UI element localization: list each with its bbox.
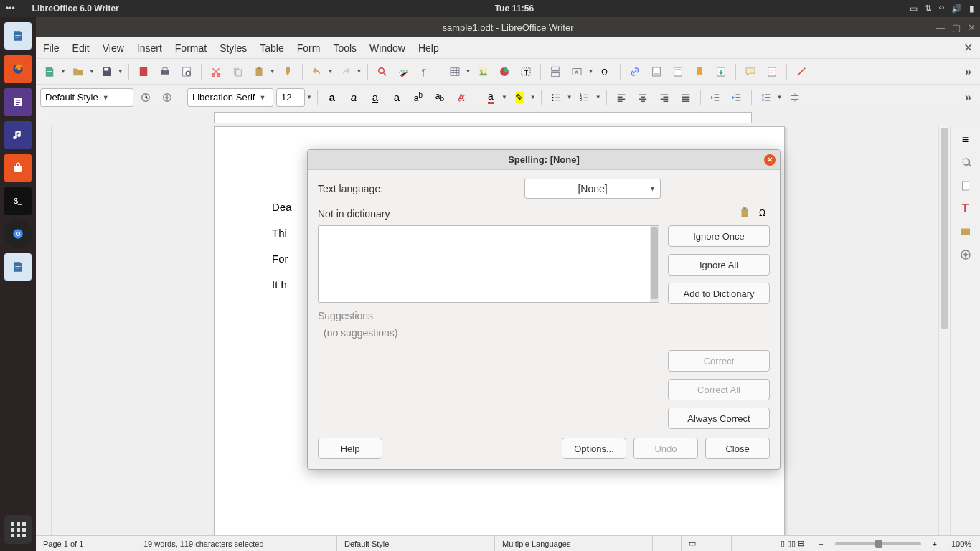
cut-button[interactable] bbox=[207, 62, 225, 81]
paragraph-style-combo[interactable]: Default Style▼ bbox=[40, 88, 133, 107]
textarea-scrollbar[interactable] bbox=[650, 226, 659, 302]
zoom-in-button[interactable]: + bbox=[925, 536, 944, 551]
launcher-music[interactable] bbox=[4, 121, 32, 149]
export-pdf-button[interactable] bbox=[134, 62, 153, 81]
insert-table-button[interactable] bbox=[446, 62, 464, 81]
menu-styles[interactable]: Styles bbox=[220, 42, 247, 54]
save-dropdown-icon[interactable]: ▼ bbox=[118, 68, 123, 75]
footnote-button[interactable] bbox=[647, 62, 666, 81]
options-button[interactable]: Options... bbox=[562, 438, 626, 459]
align-justify-button[interactable] bbox=[677, 88, 695, 107]
highlight-button[interactable]: ✎ bbox=[510, 88, 529, 107]
special-char-icon[interactable]: Ω bbox=[757, 206, 770, 221]
phone-icon[interactable]: ▭ bbox=[910, 4, 918, 14]
suggestions-listbox[interactable]: (no suggestions) bbox=[318, 323, 659, 408]
field-dropdown-icon[interactable]: ▼ bbox=[588, 68, 593, 75]
launcher-chromium[interactable] bbox=[4, 220, 32, 248]
font-size-combo[interactable]: 12 bbox=[276, 88, 305, 107]
status-page[interactable]: Page 1 of 1 bbox=[36, 536, 136, 551]
dialog-titlebar[interactable]: Spelling: [None] ✕ bbox=[308, 150, 780, 170]
clone-formatting-button[interactable] bbox=[278, 62, 297, 81]
insert-image-button[interactable] bbox=[473, 62, 492, 81]
open-dropdown-icon[interactable]: ▼ bbox=[89, 68, 95, 75]
sidebar-styles-icon[interactable]: T bbox=[956, 199, 975, 218]
track-changes-button[interactable] bbox=[763, 62, 781, 81]
bold-button[interactable]: a bbox=[323, 88, 341, 107]
endnote-button[interactable] bbox=[669, 62, 687, 81]
line-spacing-button[interactable] bbox=[757, 88, 776, 107]
undo-button[interactable] bbox=[308, 62, 326, 81]
menu-file[interactable]: File bbox=[43, 42, 60, 54]
launcher-lowriter[interactable] bbox=[4, 253, 32, 281]
zoom-value[interactable]: 100% bbox=[944, 536, 980, 551]
launcher-apps[interactable] bbox=[4, 515, 32, 544]
ignore-once-button[interactable]: Ignore Once bbox=[668, 225, 770, 247]
table-dropdown-icon[interactable]: ▼ bbox=[466, 68, 471, 75]
status-style[interactable]: Default Style bbox=[337, 536, 495, 551]
decrease-indent-button[interactable] bbox=[706, 88, 725, 107]
underline-button[interactable]: a bbox=[366, 88, 385, 107]
volume-icon[interactable]: 🔊 bbox=[951, 4, 962, 14]
copy-button[interactable] bbox=[228, 62, 247, 81]
vertical-scrollbar[interactable] bbox=[938, 126, 950, 535]
status-signature[interactable] bbox=[710, 536, 732, 551]
undo-button-dialog[interactable]: Undo bbox=[633, 438, 698, 459]
text-language-select[interactable]: [None] ▼ bbox=[524, 179, 661, 199]
toolbar-overflow-icon[interactable]: » bbox=[961, 65, 976, 78]
highlight-dropdown-icon[interactable]: ▼ bbox=[530, 94, 536, 100]
align-center-button[interactable] bbox=[633, 88, 652, 107]
undo-dropdown-icon[interactable]: ▼ bbox=[328, 68, 334, 75]
clear-formatting-button[interactable]: A̷ bbox=[452, 88, 471, 107]
special-char-button[interactable]: Ω bbox=[596, 62, 615, 81]
correct-all-button[interactable]: Correct All bbox=[668, 379, 770, 400]
increase-indent-button[interactable] bbox=[727, 88, 746, 107]
font-color-dropdown-icon[interactable]: ▼ bbox=[501, 94, 507, 100]
bullet-list-button[interactable] bbox=[547, 88, 565, 107]
paste-button[interactable] bbox=[250, 62, 268, 81]
update-style-button[interactable] bbox=[136, 88, 155, 107]
menu-format[interactable]: Format bbox=[175, 42, 207, 54]
hyperlink-button[interactable] bbox=[626, 62, 644, 81]
paste-icon[interactable] bbox=[738, 206, 751, 221]
page-break-button[interactable] bbox=[546, 62, 565, 81]
align-right-button[interactable] bbox=[655, 88, 674, 107]
menu-insert[interactable]: Insert bbox=[137, 42, 162, 54]
open-button[interactable] bbox=[69, 62, 88, 81]
sidebar-navigator-icon[interactable] bbox=[956, 245, 975, 264]
paste-dropdown-icon[interactable]: ▼ bbox=[270, 68, 275, 75]
comment-button[interactable] bbox=[741, 62, 760, 81]
subscript-button[interactable]: ab bbox=[430, 88, 449, 107]
horizontal-ruler[interactable] bbox=[36, 110, 980, 126]
insert-field-button[interactable]: # bbox=[567, 62, 586, 81]
status-view-buttons[interactable]: ▯ ▯▯ ⊞ bbox=[773, 536, 811, 551]
launcher-firefox[interactable] bbox=[4, 55, 32, 83]
help-button[interactable]: Help bbox=[318, 438, 382, 459]
status-language[interactable]: Multiple Languages bbox=[495, 536, 653, 551]
maximize-icon[interactable]: ▢ bbox=[952, 22, 961, 33]
sidebar-page-icon[interactable] bbox=[956, 176, 975, 195]
find-button[interactable] bbox=[373, 62, 392, 81]
not-in-dictionary-textbox[interactable] bbox=[318, 225, 659, 303]
new-doc-button[interactable] bbox=[40, 62, 59, 81]
italic-button[interactable]: a bbox=[344, 88, 363, 107]
line-button[interactable] bbox=[792, 62, 811, 81]
save-button[interactable] bbox=[98, 62, 116, 81]
font-color-button[interactable]: a bbox=[481, 88, 500, 107]
number-dropdown-icon[interactable]: ▼ bbox=[595, 94, 601, 100]
status-insert-mode[interactable] bbox=[653, 536, 682, 551]
launcher-software[interactable] bbox=[4, 154, 32, 182]
wifi-icon[interactable]: ⌔ bbox=[939, 4, 944, 14]
spellcheck-button[interactable]: Abc bbox=[395, 62, 413, 81]
menu-tools[interactable]: Tools bbox=[333, 42, 357, 54]
sidebar-properties-icon[interactable] bbox=[956, 154, 975, 172]
zoom-out-button[interactable]: − bbox=[811, 536, 830, 551]
launcher-terminal[interactable]: $_ bbox=[4, 187, 32, 215]
activities-icon[interactable]: ••• bbox=[6, 4, 15, 14]
size-dropdown-icon[interactable]: ▼ bbox=[306, 94, 312, 100]
para-spacing-button[interactable] bbox=[786, 88, 804, 107]
correct-button[interactable]: Correct bbox=[668, 350, 770, 372]
sidebar-settings-icon[interactable]: ≡ bbox=[956, 131, 975, 149]
menu-help[interactable]: Help bbox=[418, 42, 439, 54]
align-left-button[interactable] bbox=[612, 88, 631, 107]
cross-ref-button[interactable] bbox=[712, 62, 730, 81]
